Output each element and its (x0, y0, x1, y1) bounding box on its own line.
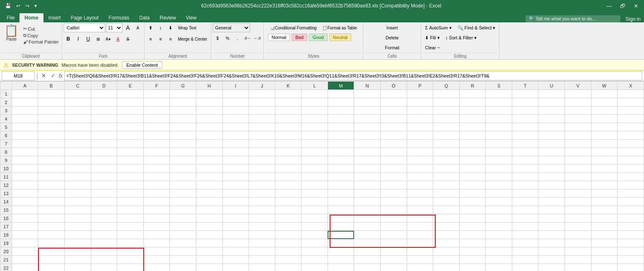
cell-h4[interactable] (196, 115, 222, 123)
autosum-btn[interactable]: Σ AutoSum ▾ (423, 23, 453, 32)
cell-d11[interactable] (91, 173, 117, 181)
row-header-15[interactable]: 15 (0, 206, 12, 214)
cell-c16[interactable] (65, 214, 91, 223)
cell-h8[interactable] (196, 148, 222, 156)
cell-p15[interactable] (407, 206, 433, 214)
col-header-s[interactable]: S (486, 82, 512, 90)
decrease-decimal-btn[interactable]: ←.0 (253, 34, 262, 43)
cell-v7[interactable] (565, 140, 591, 148)
cell-c7[interactable] (65, 140, 91, 148)
cell-p5[interactable] (407, 123, 433, 131)
cell-e13[interactable] (117, 189, 144, 198)
cell-s3[interactable] (486, 106, 512, 115)
increase-font-btn[interactable]: A (123, 23, 133, 32)
cell-e21[interactable] (117, 256, 144, 264)
cell-e6[interactable] (117, 131, 144, 140)
cell-n7[interactable] (354, 140, 381, 148)
cell-i3[interactable] (222, 106, 249, 115)
cell-s10[interactable] (486, 165, 512, 173)
cell-b2[interactable] (38, 98, 65, 106)
cell-p9[interactable] (407, 156, 433, 165)
cell-h10[interactable] (196, 165, 222, 173)
conditional-formatting-btn[interactable]: 📊 Conditional Formatting (268, 23, 319, 32)
cell-a12[interactable] (12, 181, 38, 189)
cell-e7[interactable] (117, 140, 144, 148)
cell-v5[interactable] (565, 123, 591, 131)
cell-q6[interactable] (433, 131, 460, 140)
cell-q19[interactable] (433, 239, 460, 247)
grid-scroll[interactable]: A B C D E F G H I J K L M N O P Q (0, 81, 644, 271)
row-header-4[interactable]: 4 (0, 115, 12, 123)
cell-k4[interactable] (275, 115, 301, 123)
cell-c11[interactable] (65, 173, 91, 181)
cell-u2[interactable] (538, 98, 565, 106)
cell-o9[interactable] (380, 156, 407, 165)
cell-f19[interactable] (143, 239, 170, 247)
col-header-p[interactable]: P (407, 82, 433, 90)
cell-j12[interactable] (249, 181, 275, 189)
cell-l5[interactable] (301, 123, 328, 131)
cell-x9[interactable] (617, 156, 644, 165)
col-header-k[interactable]: K (275, 82, 301, 90)
cell-o18[interactable] (380, 231, 407, 239)
align-middle-btn[interactable]: ↕ (156, 23, 165, 32)
cell-d6[interactable] (91, 131, 117, 140)
cell-u11[interactable] (538, 173, 565, 181)
cell-n10[interactable] (354, 165, 381, 173)
cell-o14[interactable] (380, 198, 407, 206)
find-select-btn[interactable]: 🔍 Find & Select ▾ (456, 23, 498, 32)
cell-l20[interactable] (301, 247, 328, 256)
cell-o19[interactable] (380, 239, 407, 247)
cell-i7[interactable] (222, 140, 249, 148)
cell-k3[interactable] (275, 106, 301, 115)
cell-g22[interactable] (170, 264, 196, 271)
cell-t9[interactable] (512, 156, 538, 165)
cell-a21[interactable] (12, 256, 38, 264)
cell-w13[interactable] (591, 189, 617, 198)
cell-m13[interactable] (328, 189, 354, 198)
cell-c17[interactable] (65, 223, 91, 231)
row-header-18[interactable]: 18 (0, 231, 12, 239)
cell-a6[interactable] (12, 131, 38, 140)
currency-btn[interactable]: $ (213, 34, 222, 43)
cell-t22[interactable] (512, 264, 538, 271)
cell-q17[interactable] (433, 223, 460, 231)
cell-c18[interactable] (65, 231, 91, 239)
cell-k16[interactable] (275, 214, 301, 223)
cell-s11[interactable] (486, 173, 512, 181)
cell-a8[interactable] (12, 148, 38, 156)
col-header-v[interactable]: V (565, 82, 591, 90)
align-left-btn[interactable]: ≡ (146, 34, 155, 44)
row-header-21[interactable]: 21 (0, 256, 12, 264)
cell-f8[interactable] (143, 148, 170, 156)
cell-k10[interactable] (275, 165, 301, 173)
cell-e11[interactable] (117, 173, 144, 181)
col-header-j[interactable]: J (249, 82, 275, 90)
cell-f22[interactable] (143, 264, 170, 271)
cell-b7[interactable] (38, 140, 65, 148)
cell-p14[interactable] (407, 198, 433, 206)
cell-j18[interactable] (249, 231, 275, 239)
cell-g6[interactable] (170, 131, 196, 140)
cell-q10[interactable] (433, 165, 460, 173)
cell-d22[interactable] (91, 264, 117, 271)
cell-d15[interactable] (91, 206, 117, 214)
row-header-5[interactable]: 5 (0, 123, 12, 131)
cell-d9[interactable] (91, 156, 117, 165)
cell-d1[interactable] (91, 90, 117, 98)
cell-r18[interactable] (459, 231, 486, 239)
cell-x22[interactable] (617, 264, 644, 271)
cell-h20[interactable] (196, 247, 222, 256)
cell-p13[interactable] (407, 189, 433, 198)
cell-a15[interactable] (12, 206, 38, 214)
cell-i11[interactable] (222, 173, 249, 181)
cell-l15[interactable] (301, 206, 328, 214)
cell-v4[interactable] (565, 115, 591, 123)
cell-w22[interactable] (591, 264, 617, 271)
cell-u22[interactable] (538, 264, 565, 271)
cell-b4[interactable] (38, 115, 65, 123)
sign-in-link[interactable]: Sign in (625, 16, 641, 22)
cell-p18[interactable] (407, 231, 433, 239)
col-header-l[interactable]: L (301, 82, 328, 90)
cell-t5[interactable] (512, 123, 538, 131)
